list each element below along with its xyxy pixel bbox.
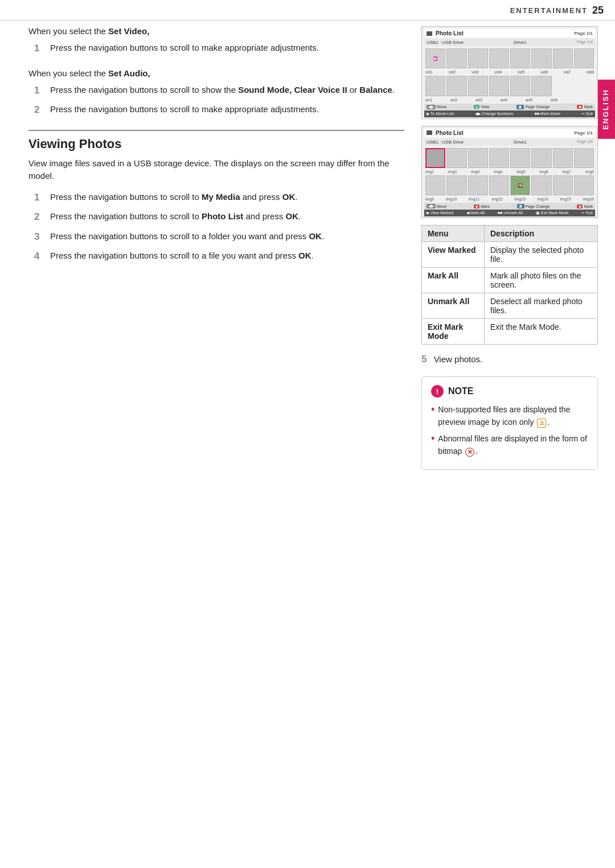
list-item: 4 Press the navigation buttons to scroll… — [34, 249, 404, 264]
screenshot-grid-cell — [425, 175, 445, 195]
screenshot-grid-cell — [489, 175, 509, 195]
screenshot-grid-cell — [468, 175, 488, 195]
section-label: ENTERTAINMENT — [510, 6, 588, 15]
screenshot2-grid-row2: 🌄 — [424, 174, 595, 196]
warn-icon: ⚠ — [537, 419, 546, 428]
screenshot-grid-cell — [574, 148, 594, 168]
note-content: •Non-supported files are displayed the p… — [431, 403, 588, 458]
table-row: Exit Mark ModeExit the Mark Mode. — [422, 319, 598, 345]
bullet-dot: • — [431, 404, 434, 415]
table-cell-desc: Display the selected photo file. — [485, 242, 598, 268]
screenshot2-bottombar: ◀▶ Move ■ Mark ▣ Page Change ■ Mark — [424, 203, 595, 210]
screenshot-grid-cell — [446, 76, 466, 96]
screenshot-grid-cell — [510, 48, 530, 68]
table-row: Unmark AllDeselect all marked photo file… — [422, 293, 598, 319]
table-col-desc: Description — [485, 226, 598, 242]
viewing-photos-intro: View image files saved in a USB storage … — [28, 157, 404, 183]
note-icon: ! — [431, 385, 444, 398]
table-row: Mark AllMark all photo files on the scre… — [422, 268, 598, 293]
monitor-icon2 — [427, 130, 432, 135]
list-item: 1 Press the navigation buttons to scroll… — [34, 191, 404, 205]
screenshot-grid-cell — [574, 48, 594, 68]
left-column: When you select the Set Video, 1 Press t… — [28, 26, 404, 470]
bullet-dot: • — [431, 433, 434, 444]
table-cell-menu: Mark All — [422, 268, 485, 293]
screenshot-grid-cell — [574, 175, 594, 195]
set-audio-steps: 1 Press the navigation buttons to scroll… — [34, 84, 404, 117]
screenshot-grid-cell — [425, 148, 445, 168]
screenshot-grid-cell — [531, 76, 551, 96]
screenshot-grid-cell — [510, 76, 530, 96]
screenshot2-navbar: USB1 : USB Drive Drive1 Page 1/4 — [424, 138, 595, 146]
table-cell-desc: Deselect all marked photo files. — [485, 293, 598, 319]
screenshot-grid-cell — [489, 76, 509, 96]
screenshot1-grid-row2 — [424, 75, 595, 97]
set-audio-when: When you select the Set Audio, — [28, 68, 404, 78]
x-icon: ✕ — [465, 448, 474, 457]
table-cell-menu: View Marked — [422, 242, 485, 268]
list-item: 2 Press the navigation buttons to scroll… — [34, 210, 404, 224]
side-tab-english: ENGLISH — [598, 80, 615, 139]
screenshot-grid-cell — [468, 76, 488, 96]
list-item: 1 Press the navigation buttons to scroll… — [34, 42, 404, 56]
screenshot-grid-cell — [531, 148, 551, 168]
screenshot-grid-cell — [531, 48, 551, 68]
table-cell-menu: Unmark All — [422, 293, 485, 319]
viewing-photos-heading: Viewing Photos — [28, 130, 404, 152]
table-col-menu: Menu — [422, 226, 485, 242]
screenshot2-grid-row1 — [424, 147, 595, 169]
screenshot-grid-cell — [553, 48, 573, 68]
screenshot-grid-cell: ▶ — [425, 48, 445, 68]
note-bullet-item: •Abnormal files are displayed in the for… — [431, 432, 588, 458]
set-video-steps: 1 Press the navigation buttons to scroll… — [34, 42, 404, 56]
step5-text: 5 View photos. — [421, 354, 598, 365]
table-cell-menu: Exit Mark Mode — [422, 319, 485, 345]
screenshot1-page: Page 1/1 — [575, 31, 593, 36]
right-column: Photo List Page 1/1 USB1 : USB Drive Dri… — [421, 26, 598, 470]
list-item: 1 Press the navigation buttons to scroll… — [34, 84, 404, 98]
screenshot-grid-cell — [425, 76, 445, 96]
screenshot2: Photo List Page 1/1 USB1 : USB Drive Dri… — [421, 126, 598, 219]
screenshot-grid-cell — [446, 148, 466, 168]
screenshot-grid-cell — [468, 148, 488, 168]
screenshot-grid-cell — [553, 175, 573, 195]
screenshot1: Photo List Page 1/1 USB1 : USB Drive Dri… — [421, 26, 598, 119]
screenshot-grid-cell — [531, 175, 551, 195]
note-bullet-item: •Non-supported files are displayed the p… — [431, 403, 588, 429]
screenshot-grid-cell — [553, 148, 573, 168]
set-audio-section: When you select the Set Audio, 1 Press t… — [28, 68, 404, 117]
screenshot-grid-cell — [510, 148, 530, 168]
table-cell-desc: Mark all photo files on the screen. — [485, 268, 598, 293]
viewing-photos-section: Viewing Photos View image files saved in… — [28, 130, 404, 264]
set-video-when: When you select the Set Video, — [28, 26, 404, 36]
note-box: ! NOTE •Non-supported files are displaye… — [421, 376, 598, 470]
monitor-icon — [427, 31, 432, 36]
screenshot1-navbar: USB1 : USB Drive Drive1 Page 1/4 — [424, 39, 595, 46]
table-row: View MarkedDisplay the selected photo fi… — [422, 242, 598, 268]
screenshot-grid-cell — [446, 48, 466, 68]
viewing-photos-steps: 1 Press the navigation buttons to scroll… — [34, 191, 404, 264]
screenshot-grid-cell — [468, 48, 488, 68]
note-header: ! NOTE — [431, 385, 588, 398]
screenshot1-grid-row1: ▶ — [424, 47, 595, 69]
screenshot-grid-cell — [446, 175, 466, 195]
top-bar: ENTERTAINMENT 25 — [0, 0, 615, 21]
page-number: 25 — [592, 5, 604, 17]
screenshot2-titlebar: Photo List Page 1/1 — [424, 129, 595, 137]
screenshot-grid-cell — [489, 48, 509, 68]
main-content: When you select the Set Video, 1 Press t… — [0, 26, 615, 470]
screenshot-grid-cell: 🌄 — [510, 175, 530, 195]
set-video-section: When you select the Set Video, 1 Press t… — [28, 26, 404, 56]
screenshot1-bottombar: ◀▶ Move ● View ▣ Page Change ■ Mark — [424, 104, 595, 110]
screenshot-grid-cell — [489, 148, 509, 168]
list-item: 3 Press the navigation buttons to scroll… — [34, 230, 404, 244]
list-item: 2 Press the navigation buttons to scroll… — [34, 103, 404, 117]
screenshot1-titlebar: Photo List Page 1/1 — [424, 29, 595, 38]
screenshot2-page: Page 1/1 — [575, 130, 593, 136]
table-cell-desc: Exit the Mark Mode. — [485, 319, 598, 345]
info-table: Menu Description View MarkedDisplay the … — [421, 225, 598, 345]
